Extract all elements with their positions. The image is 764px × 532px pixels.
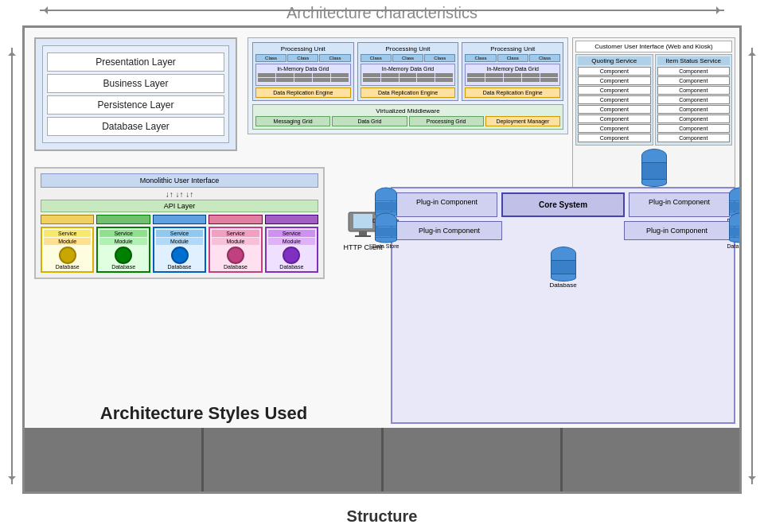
plugin-4: Plug-in Component — [624, 221, 730, 240]
module-label-yellow: Module — [44, 238, 91, 245]
quoting-service-col: Quoting Service Component Component Comp… — [575, 54, 653, 146]
service-label-purple: Service — [268, 230, 315, 237]
spacer — [506, 221, 620, 240]
db-yellow — [59, 247, 76, 264]
messaging-grid: Messaging Grid — [255, 116, 330, 126]
component-item: Component — [657, 76, 731, 85]
db-purple-label: Database — [268, 264, 315, 270]
service-label-pink: Service — [212, 230, 259, 237]
db-blue-label: Database — [156, 264, 203, 270]
replication-engine-2: Data Replication Engine — [361, 87, 456, 98]
core-system-label: Core System — [509, 200, 617, 209]
component-item: Component — [657, 105, 731, 114]
replication-engine-3: Data Replication Engine — [465, 87, 560, 98]
plugin-3-label: Plug-in Component — [402, 227, 497, 235]
component-item: Component — [657, 115, 731, 123]
component-item: Component — [578, 76, 651, 85]
plugin-3: Plug-in Component — [396, 221, 502, 240]
bar-pink — [209, 215, 262, 224]
database-layer: Database Layer — [47, 117, 224, 136]
plugin-1-label: Plug-in Component — [402, 198, 492, 206]
replication-engine-1: Data Replication Engine — [255, 87, 351, 98]
service-col-green: Service Module Database — [96, 227, 150, 273]
deployment-manager: Deployment Manager — [485, 116, 560, 126]
data-store-left-2: Data Store — [372, 213, 399, 249]
module-label-purple: Module — [268, 238, 315, 245]
data-grid-3: In-Memory Data Grid — [465, 64, 560, 86]
component-item: Component — [578, 134, 651, 142]
component-item: Component — [657, 134, 731, 142]
component-item: Component — [657, 86, 731, 95]
space-based-area: Processing Unit Class Class Class In-Mem… — [248, 37, 568, 134]
class-box: Class — [424, 54, 455, 62]
data-grid-item: Data Grid — [332, 116, 407, 126]
pu3-title: Processing Unit — [465, 45, 560, 52]
customer-ui-box: Customer User Interface (Web and Kiosk) … — [572, 37, 735, 197]
right-arrow — [751, 48, 753, 484]
layered-architecture-box: Presentation Layer Business Layer Persis… — [34, 37, 237, 151]
bottom-col-4 — [563, 428, 739, 491]
bottom-col-2 — [204, 428, 383, 491]
quoting-service-title: Quoting Service — [578, 56, 651, 65]
component-item: Component — [578, 86, 651, 95]
class-box: Class — [529, 54, 560, 62]
bar-green — [96, 215, 150, 224]
db-pink-label: Database — [212, 264, 259, 270]
component-item: Component — [657, 124, 731, 133]
module-label-green: Module — [99, 238, 146, 245]
plugin-4-label: Plug-in Component — [630, 227, 724, 235]
core-system: Core System — [501, 192, 625, 217]
big-title: Architecture Styles Used — [34, 403, 373, 424]
svg-rect-1 — [353, 214, 372, 228]
persistence-layer: Persistence Layer — [47, 95, 224, 115]
service-col-pink: Service Module Database — [209, 227, 262, 273]
item-status-col: Item Status Service Component Component … — [655, 54, 733, 146]
microkernel-database: Database — [396, 247, 730, 289]
structure-label: Structure — [0, 507, 764, 526]
data-store-right-2: Data Store — [727, 213, 739, 249]
svg-rect-2 — [359, 231, 367, 235]
service-col-blue: Service Module Database — [153, 227, 206, 273]
arrows-down: ↓↑ ↓↑ ↓↑ — [41, 190, 318, 199]
service-label-green: Service — [99, 230, 146, 237]
db-purple — [283, 247, 300, 264]
api-layer: API Layer — [41, 200, 318, 212]
component-item: Component — [578, 115, 651, 123]
presentation-layer: Presentation Layer — [47, 52, 224, 72]
component-item: Component — [657, 95, 731, 104]
microkernel-box: Data Store Plug-in Component Core System… — [391, 187, 735, 424]
class-box: Class — [361, 54, 392, 62]
module-label-pink: Module — [212, 238, 259, 245]
class-box: Class — [287, 54, 318, 62]
pu1-title: Processing Unit — [255, 45, 351, 52]
bar-yellow — [41, 215, 94, 224]
microservices-box: Monolithic User Interface ↓↑ ↓↑ ↓↑ API L… — [34, 167, 325, 279]
db-green-label: Database — [99, 264, 146, 270]
component-item: Component — [578, 105, 651, 114]
virtualized-middleware: Virtualized Middleware Messaging Grid Da… — [252, 104, 563, 130]
class-box: Class — [497, 54, 528, 62]
data-grid-1: In-Memory Data Grid — [255, 64, 351, 86]
business-layer: Business Layer — [47, 74, 224, 93]
component-item: Component — [578, 67, 651, 76]
item-status-title: Item Status Service — [657, 56, 731, 65]
service-label-blue: Service — [156, 230, 203, 237]
processing-unit-3: Processing Unit Class Class Class In-Mem… — [462, 42, 563, 101]
processing-grid: Processing Grid — [409, 116, 484, 126]
virt-title: Virtualized Middleware — [255, 107, 560, 115]
left-arrow — [11, 48, 13, 484]
plugin-2-label: Plug-in Component — [634, 198, 724, 206]
processing-unit-2: Processing Unit Class Class Class In-Mem… — [357, 42, 459, 101]
db-blue — [171, 247, 189, 264]
component-item: Component — [578, 95, 651, 104]
db-yellow-label: Database — [44, 264, 91, 270]
processing-unit-1: Processing Unit Class Class Class In-Mem… — [252, 42, 354, 101]
class-box: Class — [255, 54, 286, 62]
bottom-col-3 — [384, 428, 563, 491]
customer-ui-title: Customer User Interface (Web and Kiosk) — [575, 41, 732, 52]
component-item: Component — [657, 67, 731, 76]
db-pink — [227, 247, 244, 264]
svg-rect-3 — [355, 235, 371, 237]
service-label-yellow: Service — [44, 230, 91, 237]
architecture-characteristics-label: Architecture characteristics — [0, 4, 764, 22]
